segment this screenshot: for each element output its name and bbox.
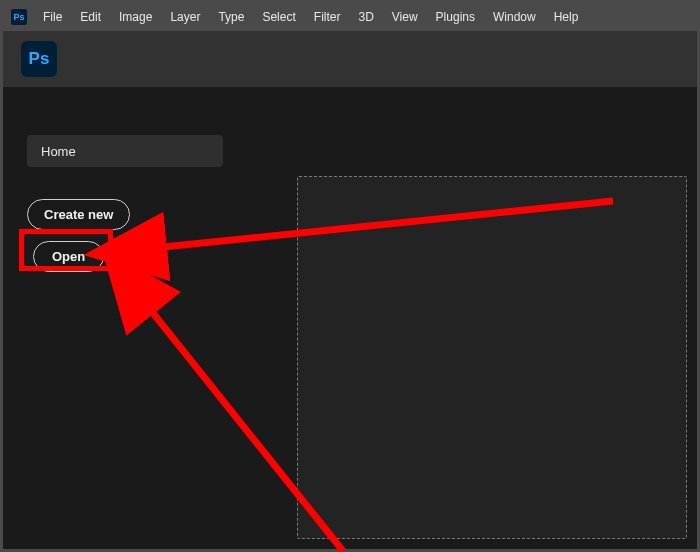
home-tab-label: Home: [41, 144, 76, 159]
menu-edit[interactable]: Edit: [72, 8, 109, 26]
app-window: Ps File Edit Image Layer Type Select Fil…: [0, 0, 700, 552]
ps-logo-icon: Ps: [21, 41, 57, 77]
menu-3d[interactable]: 3D: [350, 8, 381, 26]
top-toolbar: Ps: [3, 31, 697, 87]
menubar: Ps File Edit Image Layer Type Select Fil…: [3, 3, 697, 31]
menu-file[interactable]: File: [35, 8, 70, 26]
menu-window[interactable]: Window: [485, 8, 544, 26]
menu-filter[interactable]: Filter: [306, 8, 349, 26]
drop-zone[interactable]: [297, 176, 687, 539]
menu-image[interactable]: Image: [111, 8, 160, 26]
ps-small-icon: Ps: [11, 9, 27, 25]
create-new-button[interactable]: Create new: [27, 199, 130, 230]
home-tab[interactable]: Home: [27, 135, 223, 167]
menu-help[interactable]: Help: [546, 8, 587, 26]
open-label: Open: [52, 249, 85, 264]
menu-type[interactable]: Type: [210, 8, 252, 26]
menu-view[interactable]: View: [384, 8, 426, 26]
menu-layer[interactable]: Layer: [162, 8, 208, 26]
home-screen: Home Create new Open: [3, 87, 697, 549]
menu-plugins[interactable]: Plugins: [428, 8, 483, 26]
menu-select[interactable]: Select: [254, 8, 303, 26]
create-new-label: Create new: [44, 207, 113, 222]
open-button[interactable]: Open: [33, 241, 104, 272]
